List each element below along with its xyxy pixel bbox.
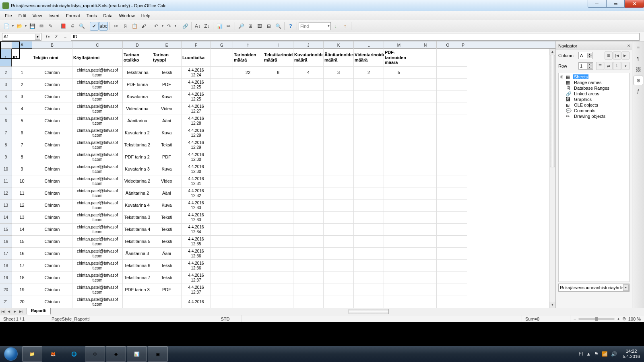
navigator-close-icon[interactable]: ✕ [627,43,630,48]
cell-I18[interactable] [263,260,293,272]
cell-E12[interactable]: Ääni [152,187,182,200]
menu-file[interactable]: File [2,12,15,19]
cell-J13[interactable] [293,200,324,212]
cell-A9[interactable]: 8 [12,151,32,163]
cell-N17[interactable] [414,248,437,260]
hyperlink-icon[interactable]: 🔗 [181,22,190,31]
cell-O9[interactable] [437,151,459,163]
row-header-5[interactable]: 5 [0,103,12,115]
cell-H19[interactable] [233,272,263,284]
tray-up-icon[interactable]: ▲ [586,351,591,357]
row-header-9[interactable]: 9 [0,151,12,163]
cell-G14[interactable] [211,212,233,224]
cell-P17[interactable] [459,248,467,260]
nav-start-icon[interactable]: |◀ [613,51,621,60]
cell-O17[interactable] [437,248,459,260]
cell-A11[interactable]: 10 [12,175,32,187]
cell-N2[interactable] [414,67,437,79]
cell-M17[interactable] [384,248,414,260]
cell-A19[interactable]: 18 [12,272,32,284]
minimize-button[interactable]: ─ [588,0,606,8]
cell-L16[interactable] [354,236,384,248]
cell-M15[interactable] [384,224,414,236]
cell-K2[interactable]: 3 [324,67,354,79]
cell-E3[interactable]: PDF [152,79,182,91]
cell-E7[interactable]: Kuva [152,127,182,139]
header-cell-M[interactable]: PDF-tarinoiden määrä [384,49,414,67]
cell-E4[interactable]: Kuva [152,91,182,103]
cell-F9[interactable]: 4.4.201612:30 [182,151,211,163]
cell-J12[interactable] [293,187,324,200]
cell-M19[interactable] [384,272,414,284]
cell-O3[interactable] [437,79,459,91]
cell-C8[interactable]: chintan.patel@tatvasoft.com [72,139,123,151]
cell-D11[interactable]: Videotarina 2 [123,175,152,187]
cell-N16[interactable] [414,236,437,248]
cell-B10[interactable]: Chintan [32,163,72,175]
cell-D3[interactable]: PDF tarina [123,79,152,91]
row-header-11[interactable]: 11 [0,175,12,187]
find-next-icon[interactable]: ↓ [331,22,340,31]
zoom-slider[interactable] [578,318,615,320]
cell-D8[interactable]: Tekstitarina 2 [123,139,152,151]
cell-B16[interactable]: Chintan [32,236,72,248]
cell-D13[interactable]: Kuvatarina 4 [123,200,152,212]
cell-G8[interactable] [211,139,233,151]
cell-L2[interactable]: 2 [354,67,384,79]
cell-J18[interactable] [293,260,324,272]
cell-H14[interactable] [233,212,263,224]
cell-A10[interactable]: 9 [12,163,32,175]
cell-F19[interactable]: 4.4.201612:37 [182,272,211,284]
sidebar-styles-icon[interactable]: ¶ [634,54,643,64]
cell-D15[interactable]: Tekstitarina 4 [123,224,152,236]
cell-J11[interactable] [293,175,324,187]
row-header-2[interactable]: 2 [0,67,12,79]
cell-B17[interactable]: Chintan [32,248,72,260]
cell-K4[interactable] [324,91,354,103]
tab-nav[interactable]: |◀◀▶▶| [0,308,26,315]
cell-A17[interactable]: 16 [12,248,32,260]
taskbar-chrome-icon[interactable]: 🌐 [64,346,84,362]
cell-J7[interactable] [293,127,324,139]
cell-I19[interactable] [263,272,293,284]
find-icon[interactable]: 🔎 [237,22,246,31]
cell-B18[interactable]: Chintan [32,260,72,272]
cell-J8[interactable] [293,139,324,151]
cell-M10[interactable] [384,163,414,175]
zoom-control[interactable]: − + ⊕ 100 % [570,316,644,321]
cell-I17[interactable] [263,248,293,260]
row-header-8[interactable]: 8 [0,139,12,151]
cell-L4[interactable] [354,91,384,103]
equals-icon[interactable]: = [61,33,70,41]
header-cell-L[interactable]: Videotarinoiden määrä [354,49,384,67]
cell-P21[interactable] [459,296,467,308]
sum-icon[interactable]: Σ [52,33,61,41]
cell-B4[interactable]: Chintan [32,91,72,103]
cell-D18[interactable]: Tekstitarina 6 [123,260,152,272]
cell-A20[interactable]: 19 [12,284,32,296]
cell-I9[interactable] [263,151,293,163]
scrollbar-thumb[interactable] [550,55,555,167]
cell-G13[interactable] [211,200,233,212]
cell-N14[interactable] [414,212,437,224]
cell-F6[interactable]: 4.4.201612:28 [182,115,211,127]
cell-P19[interactable] [459,272,467,284]
chart-icon[interactable]: 📊 [215,22,224,31]
cell-P6[interactable] [459,115,467,127]
cell-I4[interactable] [263,91,293,103]
cell-A18[interactable]: 17 [12,260,32,272]
cell-J20[interactable] [293,284,324,296]
nav-tree-ole-objects[interactable]: ⊞OLE objects [559,102,628,108]
cell-G7[interactable] [211,127,233,139]
cell-N20[interactable] [414,284,437,296]
cell-L17[interactable] [354,248,384,260]
cell-K18[interactable] [324,260,354,272]
cell-J14[interactable] [293,212,324,224]
cell-C16[interactable]: chintan.patel@tatvasoft.com [72,236,123,248]
cell-D4[interactable]: Kuvatarina [123,91,152,103]
navigator-icon[interactable]: ⊞ [246,22,255,31]
header-cell-F[interactable]: Luontiaika [182,49,211,67]
cell-D2[interactable]: Tekstitarina [123,67,152,79]
taskbar-firefox-icon[interactable]: 🦊 [43,346,63,362]
cell-D19[interactable]: Tekstitarina 7 [123,272,152,284]
